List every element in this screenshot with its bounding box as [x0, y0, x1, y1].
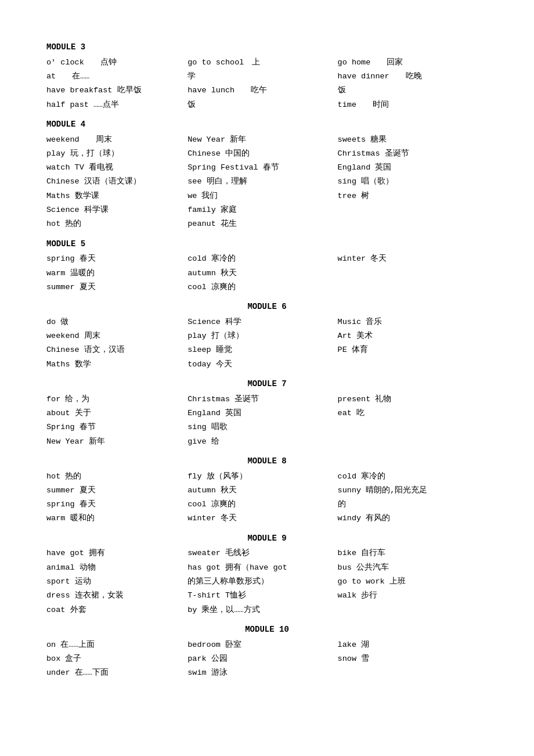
vocab-cell: hot 热的: [46, 217, 187, 231]
vocab-cell: go to school 上: [187, 56, 337, 70]
vocab-cell: Science 科学: [187, 315, 337, 329]
vocab-cell: eat 吃: [338, 406, 488, 420]
table-row: have got 拥有sweater 毛线衫bike 自行车: [46, 546, 488, 560]
table-row: have breakfast 吃早饭have lunch 吃午饭: [46, 84, 488, 98]
page-content: MODULE 3o' clock 点钟go to school 上go home…: [46, 41, 488, 680]
vocab-table-module9: have got 拥有sweater 毛线衫bike 自行车animal 动物h…: [46, 546, 488, 617]
vocab-cell: [338, 603, 488, 617]
vocab-cell: 的第三人称单数形式）: [187, 575, 337, 589]
table-row: hot 热的fly 放（风筝）cold 寒冷的: [46, 470, 488, 484]
vocab-cell: T-shirt T恤衫: [187, 589, 337, 603]
table-row: about 关于England 英国eat 吃: [46, 406, 488, 420]
vocab-cell: Chinese 汉语（语文课）: [46, 175, 187, 189]
vocab-cell: sweets 糖果: [338, 133, 488, 147]
module-title-module4: MODULE 4: [46, 118, 488, 132]
table-row: summer 夏天autumn 秋天sunny 晴朗的,阳光充足: [46, 484, 488, 498]
vocab-cell: winter 冬天: [187, 512, 337, 525]
vocab-cell: have lunch 吃午: [187, 84, 337, 98]
table-row: spring 春天cold 寒冷的winter 冬天: [46, 252, 488, 266]
vocab-cell: at 在……: [46, 70, 187, 84]
vocab-table-module10: on 在……上面bedroom 卧室lake 湖box 盒子park 公园sno…: [46, 638, 488, 681]
vocab-cell: Spring 春节: [46, 420, 187, 434]
vocab-cell: [338, 217, 488, 231]
vocab-cell: cold 寒冷的: [187, 252, 337, 266]
table-row: half past ……点半饭time 时间: [46, 98, 488, 112]
vocab-cell: under 在……下面: [46, 666, 187, 680]
vocab-cell: swim 游泳: [187, 666, 337, 680]
vocab-cell: windy 有风的: [338, 512, 488, 525]
vocab-cell: 饭: [187, 98, 337, 112]
table-row: watch TV 看电视Spring Festival 春节England 英国: [46, 161, 488, 175]
vocab-cell: New Year 新年: [46, 435, 187, 449]
module-title-module5: MODULE 5: [46, 237, 488, 251]
table-row: hot 热的peanut 花生: [46, 217, 488, 231]
vocab-cell: sunny 晴朗的,阳光充足: [338, 484, 488, 498]
vocab-table-module5: spring 春天cold 寒冷的winter 冬天warm 温暖的autumn…: [46, 252, 488, 294]
vocab-cell: autumn 秋天: [187, 267, 337, 280]
vocab-cell: sweater 毛线衫: [187, 546, 337, 560]
vocab-table-module4: weekend 周末New Year 新年sweets 糖果play 玩，打（球…: [46, 133, 488, 232]
vocab-cell: England 英国: [187, 406, 337, 420]
vocab-cell: coat 外套: [46, 603, 187, 617]
vocab-cell: give 给: [187, 435, 337, 449]
vocab-cell: Chinese 语文，汉语: [46, 343, 187, 357]
vocab-cell: about 关于: [46, 406, 187, 420]
table-row: dress 连衣裙，女装T-shirt T恤衫walk 步行: [46, 589, 488, 603]
module-title-module6: MODULE 6: [46, 300, 488, 314]
vocab-cell: England 英国: [338, 161, 488, 175]
vocab-cell: animal 动物: [46, 561, 187, 575]
vocab-cell: [338, 280, 488, 294]
vocab-cell: warm 温暖的: [46, 267, 187, 280]
vocab-cell: Spring Festival 春节: [187, 161, 337, 175]
table-row: Spring 春节sing 唱歌: [46, 420, 488, 434]
table-row: at 在……学have dinner 吃晚: [46, 70, 488, 84]
vocab-cell: bedroom 卧室: [187, 638, 337, 652]
table-row: animal 动物has got 拥有（have gotbus 公共汽车: [46, 561, 488, 575]
table-row: under 在……下面swim 游泳: [46, 666, 488, 680]
vocab-cell: bike 自行车: [338, 546, 488, 560]
vocab-cell: present 礼物: [338, 393, 488, 406]
vocab-table-module3: o' clock 点钟go to school 上go home 回家at 在……: [46, 56, 488, 112]
table-row: Science 科学课family 家庭: [46, 203, 488, 217]
module-title-module7: MODULE 7: [46, 377, 488, 391]
table-row: Chinese 语文，汉语sleep 睡觉PE 体育: [46, 343, 488, 357]
vocab-cell: tree 树: [338, 189, 488, 203]
vocab-cell: hot 热的: [46, 470, 187, 484]
table-row: for 给，为Christmas 圣诞节present 礼物: [46, 393, 488, 406]
vocab-cell: [338, 267, 488, 280]
table-row: warm 温暖的autumn 秋天: [46, 267, 488, 280]
vocab-cell: summer 夏天: [46, 280, 187, 294]
vocab-cell: Christmas 圣诞节: [338, 147, 488, 161]
vocab-cell: family 家庭: [187, 203, 337, 217]
vocab-cell: have got 拥有: [46, 546, 187, 560]
vocab-cell: weekend 周末: [46, 329, 187, 343]
vocab-table-module7: for 给，为Christmas 圣诞节present 礼物about 关于En…: [46, 393, 488, 449]
vocab-cell: peanut 花生: [187, 217, 337, 231]
module-title-module8: MODULE 8: [46, 455, 488, 469]
vocab-cell: 的: [338, 498, 488, 512]
vocab-cell: weekend 周末: [46, 133, 187, 147]
vocab-cell: cold 寒冷的: [338, 470, 488, 484]
vocab-table-module6: do 做Science 科学Music 音乐weekend 周末play 打（球…: [46, 315, 488, 372]
vocab-cell: for 给，为: [46, 393, 187, 406]
vocab-cell: [338, 420, 488, 434]
vocab-cell: New Year 新年: [187, 133, 337, 147]
vocab-cell: see 明白，理解: [187, 175, 337, 189]
vocab-cell: have breakfast 吃早饭: [46, 84, 187, 98]
vocab-cell: watch TV 看电视: [46, 161, 187, 175]
module-title-module10: MODULE 10: [46, 623, 488, 637]
table-row: box 盒子park 公园snow 雪: [46, 652, 488, 666]
vocab-cell: [338, 435, 488, 449]
vocab-cell: warm 暖和的: [46, 512, 187, 525]
vocab-cell: Christmas 圣诞节: [187, 393, 337, 406]
table-row: Maths 数学课we 我们tree 树: [46, 189, 488, 203]
vocab-cell: spring 春天: [46, 498, 187, 512]
table-row: do 做Science 科学Music 音乐: [46, 315, 488, 329]
table-row: spring 春天cool 凉爽的的: [46, 498, 488, 512]
vocab-cell: snow 雪: [338, 652, 488, 666]
table-row: weekend 周末New Year 新年sweets 糖果: [46, 133, 488, 147]
vocab-cell: lake 湖: [338, 638, 488, 652]
vocab-cell: on 在……上面: [46, 638, 187, 652]
vocab-cell: bus 公共汽车: [338, 561, 488, 575]
vocab-cell: Music 音乐: [338, 315, 488, 329]
